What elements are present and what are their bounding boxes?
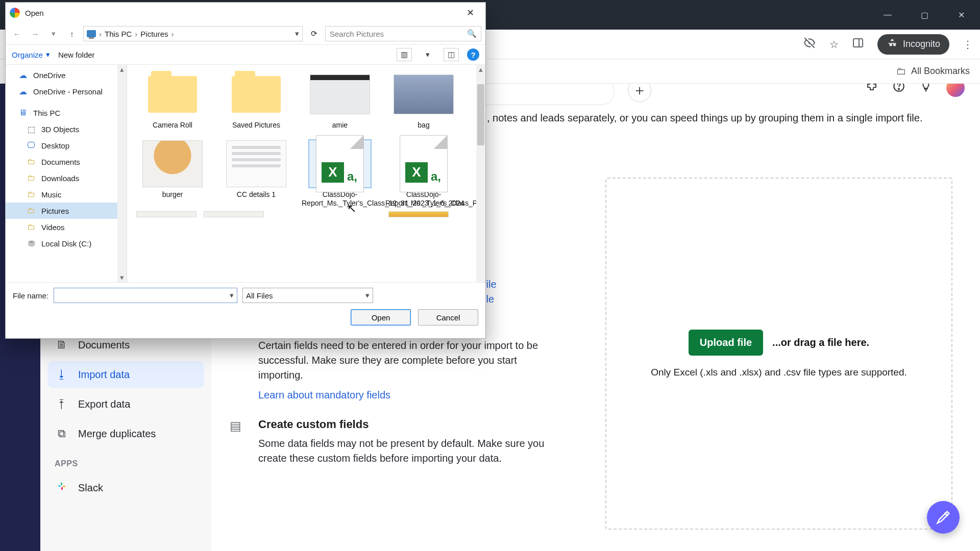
extensions-icon[interactable]: [866, 84, 878, 95]
folder-icon: 🗀: [26, 157, 36, 166]
dialog-close-button[interactable]: ✕: [459, 5, 481, 21]
chevron-right-icon: ›: [135, 30, 137, 38]
sidebar-item-merge-duplicates[interactable]: ⧉ Merge duplicates: [47, 420, 204, 447]
file-item-saved-pictures[interactable]: Saved Pictures: [218, 71, 295, 130]
window-maximize-button[interactable]: ▢: [913, 6, 936, 24]
file-type-value: All Files: [246, 291, 273, 300]
tree-item-videos[interactable]: 🗀Videos: [6, 219, 127, 235]
file-item-classdojo-report-2[interactable]: Xa, ClassDojo-Report_Ms._Tyler's_Class_P…: [385, 140, 462, 208]
page-top-right-tools: [866, 84, 965, 97]
dialog-toolbar: Organize ▾ New folder ▥ ▾ ◫ ?: [6, 44, 485, 65]
bulb-icon[interactable]: [920, 84, 932, 95]
dialog-body: ☁OneDrive ☁OneDrive - Personal 🖥This PC …: [6, 65, 485, 282]
pc-icon: [87, 30, 96, 37]
address-dropdown-icon[interactable]: ▾: [295, 29, 299, 38]
chevron-down-icon: ▾: [365, 291, 370, 300]
visibility-off-icon[interactable]: [803, 36, 816, 52]
incognito-chip[interactable]: Incognito: [877, 34, 949, 55]
cancel-button[interactable]: Cancel: [418, 309, 478, 325]
window-close-button[interactable]: ✕: [949, 6, 973, 24]
help-icon[interactable]: [892, 84, 905, 96]
file-item-classdojo-report-1[interactable]: Xa, ClassDojo-Report_Ms._Tyler's_Class_1…: [302, 140, 378, 208]
sidebar-item-slack[interactable]: Slack: [47, 474, 204, 501]
search-input[interactable]: Search Pictures 🔍: [325, 26, 481, 41]
tree-item-downloads[interactable]: 🗀Downloads: [6, 170, 127, 186]
dialog-nav-row: ← → ▾ ↑ › This PC › Pictures › ▾ ⟳ Searc…: [6, 23, 485, 44]
view-mode-button[interactable]: ▥: [397, 48, 412, 61]
document-icon: 🗎: [55, 338, 69, 352]
learn-mandatory-fields-link[interactable]: Learn about mandatory fields: [258, 388, 390, 403]
tree-item-onedrive[interactable]: ☁OneDrive: [6, 67, 127, 83]
music-folder-icon: 🗀: [26, 190, 36, 199]
incognito-icon: [887, 37, 898, 51]
files-scrollbar[interactable]: ▴: [476, 65, 485, 282]
nav-recent-dropdown[interactable]: ▾: [46, 27, 61, 41]
file-type-combo[interactable]: All Files ▾: [242, 288, 373, 303]
new-folder-button[interactable]: New folder: [58, 51, 95, 59]
download-icon: ⭳: [55, 368, 69, 381]
tree-item-music[interactable]: 🗀Music: [6, 186, 127, 203]
svg-point-7: [898, 88, 899, 89]
side-panel-icon[interactable]: [852, 37, 864, 52]
folder-icon: [148, 76, 197, 113]
chevron-down-icon: ▾: [46, 50, 50, 59]
drive-icon: ⛃: [26, 239, 36, 248]
upload-dropzone[interactable]: Upload file ...or drag a file here. Only…: [605, 178, 952, 530]
chevron-down-icon[interactable]: ▾: [230, 291, 234, 300]
grid-icon: ▤: [230, 418, 246, 466]
file-name-label: File name:: [13, 291, 48, 300]
chrome-logo-icon: [10, 8, 20, 18]
tree-item-desktop[interactable]: 🖵Desktop: [6, 137, 127, 154]
dialog-help-button[interactable]: ?: [467, 48, 479, 61]
nav-up-button[interactable]: ↑: [65, 27, 79, 41]
all-bookmarks-link[interactable]: All Bookmarks: [911, 66, 970, 77]
file-grid: Camera Roll Saved Pictures amie bag burg…: [127, 65, 485, 282]
file-item-burger[interactable]: burger: [134, 140, 211, 208]
window-minimize-button[interactable]: ―: [876, 6, 899, 24]
chevron-right-icon: ›: [172, 30, 174, 38]
sidebar-item-label: Merge duplicates: [78, 428, 156, 440]
chevron-right-icon: ›: [99, 30, 102, 38]
help-fab[interactable]: [927, 501, 960, 534]
file-name-input[interactable]: [57, 291, 230, 299]
tree-item-3d-objects[interactable]: ⬚3D Objects: [6, 121, 127, 137]
address-breadcrumb[interactable]: › This PC › Pictures › ▾: [83, 26, 303, 41]
svg-rect-5: [61, 487, 63, 490]
refresh-button[interactable]: ⟳: [307, 27, 321, 41]
sidebar-item-label: Slack: [78, 482, 103, 494]
open-button[interactable]: Open: [351, 309, 411, 325]
folder-tree: ☁OneDrive ☁OneDrive - Personal 🖥This PC …: [6, 65, 127, 282]
add-button[interactable]: ＋: [628, 84, 651, 102]
sidebar-item-import-data[interactable]: ⭳ Import data: [47, 361, 204, 388]
tree-item-this-pc[interactable]: 🖥This PC: [6, 105, 127, 121]
preview-pane-button[interactable]: ◫: [444, 48, 459, 61]
nav-back-button[interactable]: ←: [10, 27, 24, 41]
tree-item-pictures[interactable]: 🗀Pictures: [6, 203, 127, 219]
upload-file-button[interactable]: Upload file: [689, 330, 763, 356]
breadcrumb-root[interactable]: This PC: [105, 30, 132, 38]
nav-forward-button: →: [28, 27, 42, 41]
tree-item-local-disk[interactable]: ⛃Local Disk (C:): [6, 235, 127, 252]
sidebar-heading-apps: APPS: [47, 450, 204, 471]
file-item-camera-roll[interactable]: Camera Roll: [134, 71, 211, 130]
tree-scrollbar[interactable]: ▴▾: [117, 65, 127, 282]
file-item-bag[interactable]: bag: [385, 71, 462, 130]
file-name-combo[interactable]: ▾: [54, 288, 237, 303]
view-dropdown-icon[interactable]: ▾: [420, 48, 435, 61]
image-thumbnail: [142, 140, 203, 187]
svg-rect-2: [58, 485, 61, 487]
breadcrumb-folder[interactable]: Pictures: [140, 30, 168, 38]
excel-file-icon: Xa,: [400, 135, 448, 192]
tree-item-documents[interactable]: 🗀Documents: [6, 154, 127, 170]
file-item-cc-details[interactable]: CC details 1: [218, 140, 295, 208]
avatar[interactable]: [946, 84, 965, 97]
file-item-amie[interactable]: amie: [302, 71, 378, 130]
sidebar-item-label: Documents: [78, 339, 130, 351]
organize-menu[interactable]: Organize ▾: [12, 50, 50, 59]
sidebar-item-export-data[interactable]: ⭱ Export data: [47, 391, 204, 417]
tree-item-onedrive-personal[interactable]: ☁OneDrive - Personal: [6, 83, 127, 99]
star-icon[interactable]: ☆: [829, 38, 839, 51]
kebab-menu-icon[interactable]: ⋮: [963, 38, 973, 51]
desktop-icon: 🖵: [26, 141, 36, 150]
dialog-titlebar: Open ✕: [6, 3, 485, 23]
